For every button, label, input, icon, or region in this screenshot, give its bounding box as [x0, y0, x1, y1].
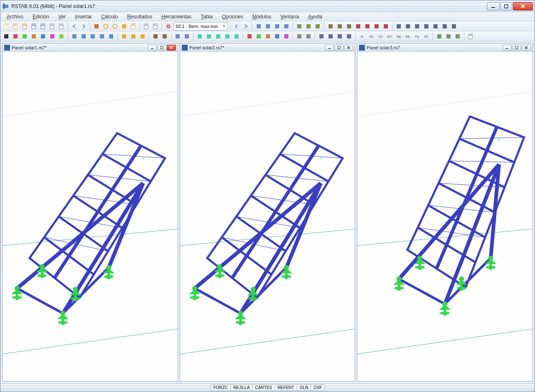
tool-b-button[interactable] [404, 22, 412, 31]
doc-minimize-button[interactable] [502, 45, 512, 51]
force-n-button[interactable]: N [358, 32, 366, 41]
viewport-3d[interactable] [357, 52, 532, 381]
menu-cálculo[interactable]: Cálculo [97, 13, 122, 21]
menu-resultados[interactable]: Resultados [123, 13, 156, 21]
line-1-button[interactable] [120, 32, 128, 41]
edit-1-button[interactable] [11, 32, 20, 41]
tool-e-button[interactable] [431, 22, 440, 31]
paste-button[interactable] [129, 22, 138, 31]
module-4-button[interactable] [382, 22, 390, 31]
force-py-button[interactable]: Py [413, 32, 421, 41]
line-3-button[interactable] [138, 32, 147, 41]
open-button[interactable] [11, 22, 20, 31]
module-3-button[interactable] [372, 22, 381, 31]
force-my-button[interactable]: My [395, 32, 403, 41]
find-button[interactable] [111, 22, 119, 31]
menu-insertar[interactable]: Insertar [71, 13, 96, 21]
save-button[interactable] [30, 22, 38, 31]
section-1-button[interactable] [173, 32, 182, 41]
tool-f-button[interactable] [441, 22, 449, 31]
results-4-button[interactable] [282, 22, 290, 31]
status-rejilla[interactable]: REJILLA [230, 384, 252, 391]
tool-a-button[interactable] [395, 22, 403, 31]
force-pz-button[interactable]: Pz [422, 32, 431, 41]
minimize-button[interactable] [487, 2, 499, 10]
force-mz-button[interactable]: Mz [404, 32, 412, 41]
results-3-button[interactable] [273, 22, 281, 31]
disp-5-button[interactable] [282, 32, 290, 41]
results-2-button[interactable] [264, 22, 272, 31]
status-dxf[interactable]: DXF [311, 384, 325, 391]
edit-5-button[interactable] [48, 32, 56, 41]
undo-button[interactable] [70, 22, 79, 31]
menu-módulos[interactable]: Módulos [249, 13, 275, 21]
cut-button[interactable] [92, 22, 101, 31]
edit-4-button[interactable] [39, 32, 47, 41]
node-5-button[interactable] [107, 32, 115, 41]
edit-2-button[interactable] [20, 32, 29, 41]
doc-close-button[interactable] [344, 45, 353, 51]
save-all-button[interactable] [39, 22, 47, 31]
view-3-button[interactable] [313, 22, 322, 31]
load-2-button[interactable] [205, 32, 213, 41]
disp-2-button[interactable] [255, 32, 263, 41]
menu-opciones[interactable]: Opciones [218, 13, 247, 21]
extra-1-button[interactable] [435, 32, 443, 41]
section-2-button[interactable] [183, 32, 191, 41]
status-gln[interactable]: GLN [297, 384, 311, 391]
load-4-button[interactable] [223, 32, 232, 41]
grid-1-button[interactable] [326, 22, 335, 31]
grid-2-button[interactable] [336, 22, 344, 31]
disp-4-button[interactable] [273, 32, 281, 41]
table-button[interactable] [466, 32, 475, 41]
line-2-button[interactable] [129, 32, 138, 41]
viewport-3d[interactable] [3, 52, 178, 381]
zoom-button[interactable] [102, 22, 110, 31]
load-case-combo[interactable]: SC1 - Bem. max-min▼ [173, 22, 228, 31]
open-recent-button[interactable] [20, 22, 29, 31]
force-mt-button[interactable]: MT [385, 32, 394, 41]
print-button[interactable] [48, 22, 56, 31]
props-button[interactable] [142, 22, 150, 31]
grid-3-button[interactable] [345, 22, 353, 31]
member-2-button[interactable] [160, 32, 169, 41]
status-cartes[interactable]: CARTES [252, 384, 275, 391]
node-2-button[interactable] [79, 32, 88, 41]
module-1-button[interactable] [354, 22, 362, 31]
axis-3-button[interactable] [336, 32, 344, 41]
edit-3-button[interactable] [30, 32, 38, 41]
list-button[interactable] [151, 22, 160, 31]
close-button[interactable] [513, 2, 533, 10]
node-4-button[interactable] [98, 32, 106, 41]
doc-minimize-button[interactable] [325, 45, 334, 51]
menu-ayuda[interactable]: Ayuda [304, 13, 326, 21]
redo-button[interactable] [79, 22, 88, 31]
menu-archivo[interactable]: Archivo [3, 13, 27, 21]
view-1-button[interactable] [295, 22, 303, 31]
viewport-3d[interactable] [180, 52, 355, 381]
doc-maximize-button[interactable] [157, 45, 166, 51]
menu-ventana[interactable]: Ventana [277, 13, 303, 21]
render-1-button[interactable] [295, 32, 303, 41]
extra-2-button[interactable] [444, 32, 453, 41]
force-vz-button[interactable]: Vz [376, 32, 385, 41]
maximize-button[interactable] [500, 2, 512, 10]
doc-minimize-button[interactable] [148, 45, 157, 51]
find-all-button[interactable] [120, 22, 128, 31]
status-refent[interactable]: REFENT [275, 384, 297, 391]
doc-close-button[interactable] [522, 45, 531, 51]
doc-close-button[interactable] [167, 45, 176, 51]
axis-4-button[interactable] [345, 32, 353, 41]
load-1-button[interactable] [196, 32, 204, 41]
disp-1-button[interactable] [245, 32, 254, 41]
edit-6-button[interactable] [57, 32, 66, 41]
axis-2-button[interactable] [326, 32, 335, 41]
doc-maximize-button[interactable] [334, 45, 344, 51]
tool-c-button[interactable] [413, 22, 421, 31]
disp-3-button[interactable] [264, 32, 272, 41]
load-3-button[interactable] [214, 32, 222, 41]
tool-d-button[interactable] [422, 22, 431, 31]
member-1-button[interactable] [151, 32, 160, 41]
extra-3-button[interactable] [453, 32, 462, 41]
node-1-button[interactable] [70, 32, 79, 41]
